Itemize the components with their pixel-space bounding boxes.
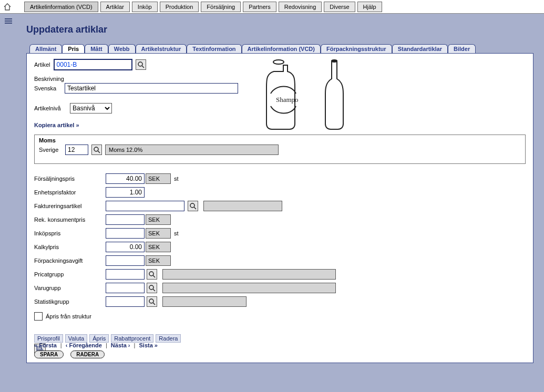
- pricatgrupp-display: [162, 269, 336, 280]
- pricatgrupp-input[interactable]: [106, 269, 145, 280]
- faktureringsartikel-lookup-button[interactable]: [188, 201, 198, 211]
- apris-fran-struktur-checkbox[interactable]: [34, 312, 43, 321]
- svenska-label: Svenska: [34, 85, 61, 91]
- delete-button[interactable]: RADERA: [70, 350, 105, 358]
- enhetsprisfaktor-input[interactable]: [106, 187, 145, 198]
- col-prisprofil: Prisprofil: [34, 334, 63, 343]
- col-valuta: Valuta: [65, 334, 87, 343]
- svg-line-11: [194, 207, 196, 209]
- faktureringsartikel-display: [203, 201, 282, 211]
- menu-artikelinformation-vcd[interactable]: Artikelinformation (VCD): [24, 2, 98, 12]
- menu-diverse[interactable]: Diverse: [324, 2, 355, 12]
- tab-matt[interactable]: Mått: [85, 44, 108, 53]
- pager-prev[interactable]: ‹ Föregående: [66, 342, 102, 348]
- menu-redovisning[interactable]: Redovisning: [279, 2, 322, 12]
- col-rabattprocent: Rabattprocent: [111, 334, 153, 343]
- forsaljningspris-input[interactable]: [106, 173, 145, 184]
- tab-forpackningsstruktur[interactable]: Förpackningsstruktur: [321, 44, 392, 53]
- save-button[interactable]: SPARA: [34, 350, 64, 358]
- product-illustration: Shampo: [258, 57, 363, 137]
- artikel-input[interactable]: [54, 59, 132, 70]
- svg-point-6: [138, 62, 142, 66]
- tab-allmant[interactable]: Allmänt: [29, 44, 62, 53]
- form-panel: Shampo Artikel: [26, 53, 533, 363]
- record-pager: « Första | ‹ Föregående | Nästa › | Sist…: [34, 342, 158, 358]
- grip-icon[interactable]: [4, 17, 13, 26]
- faktureringsartikel-label: Faktureringsartikel: [34, 203, 106, 209]
- inkopspris-label: Inköpspris: [34, 230, 106, 236]
- artikel-label: Artikel: [34, 61, 50, 68]
- pager-first[interactable]: « Första: [34, 342, 57, 348]
- svg-point-16: [149, 299, 153, 303]
- tab-pris[interactable]: Pris: [62, 44, 85, 53]
- forsaljningspris-currency: SEK: [146, 173, 171, 184]
- tab-artikelinformation-vcd[interactable]: Artikelinformation (VCD): [242, 44, 321, 53]
- menu-hjalp[interactable]: Hjälp: [357, 2, 382, 12]
- tab-standardartiklar[interactable]: Standardartiklar: [392, 44, 448, 53]
- page-title: Uppdatera artiklar: [26, 24, 533, 35]
- tab-bilder[interactable]: Bilder: [448, 44, 476, 53]
- price-grid: Försäljningspris SEK st Enhetsprisfaktor…: [34, 173, 526, 321]
- pricatgrupp-label: Pricatgrupp: [34, 271, 106, 277]
- apris-fran-struktur-label: Ápris från struktur: [46, 313, 91, 319]
- artikelniva-select[interactable]: Basnivå: [70, 103, 112, 114]
- menu-inkop[interactable]: Inköp: [132, 2, 158, 12]
- pricatgrupp-lookup-button[interactable]: [147, 269, 157, 280]
- varugrupp-display: [162, 283, 336, 293]
- statistikgrupp-lookup-button[interactable]: [147, 296, 157, 307]
- rek-konsumentpris-currency: SEK: [146, 214, 171, 225]
- varugrupp-lookup-button[interactable]: [147, 283, 157, 293]
- statistikgrupp-input[interactable]: [106, 296, 145, 307]
- moms-code-input[interactable]: [65, 145, 88, 155]
- moms-lookup-button[interactable]: [91, 145, 102, 155]
- svg-line-13: [153, 275, 155, 277]
- kalkylpris-currency: SEK: [146, 242, 171, 252]
- inkopspris-input[interactable]: [106, 228, 145, 239]
- svg-rect-1: [5, 20, 12, 22]
- artikel-lookup-button[interactable]: [136, 59, 146, 70]
- rek-konsumentpris-input[interactable]: [106, 214, 145, 225]
- forpackningsavgift-input[interactable]: [106, 255, 145, 266]
- forsaljningspris-unit: st: [174, 176, 179, 182]
- svg-rect-0: [5, 18, 12, 19]
- varugrupp-input[interactable]: [106, 283, 145, 293]
- tab-artikelstruktur[interactable]: Artikelstruktur: [136, 44, 187, 53]
- menu-artiklar[interactable]: Artiklar: [100, 2, 130, 12]
- menu-forsaljning[interactable]: Försäljning: [201, 2, 241, 12]
- svg-line-7: [142, 66, 144, 68]
- pager-next[interactable]: Nästa ›: [111, 342, 130, 348]
- kalkylpris-label: Kalkylpris: [34, 244, 106, 250]
- forpackningsavgift-currency: SEK: [146, 255, 171, 266]
- home-icon[interactable]: [2, 2, 13, 12]
- varugrupp-label: Varugrupp: [34, 285, 106, 291]
- tab-webb[interactable]: Webb: [108, 44, 136, 53]
- col-radera: Radera: [156, 334, 181, 343]
- menu-partners[interactable]: Partners: [243, 2, 276, 12]
- svg-point-8: [94, 147, 98, 151]
- tab-bar: Allmänt Pris Mått Webb Artikelstruktur T…: [29, 43, 533, 53]
- moms-header: Moms: [39, 137, 521, 143]
- forpackningsavgift-label: Förpackningsavgift: [34, 257, 106, 264]
- tab-textinformation[interactable]: Textinformation: [187, 44, 241, 53]
- artikelniva-label: Artikelnivå: [34, 105, 67, 111]
- subtable-header: Prisprofil Valuta Ápris Rabattprocent Ra…: [34, 334, 526, 343]
- forsaljningspris-label: Försäljningspris: [34, 176, 106, 182]
- svg-line-9: [98, 151, 100, 153]
- beskrivning-input[interactable]: [65, 83, 238, 94]
- statistikgrupp-display: [162, 296, 247, 307]
- svg-point-12: [149, 272, 153, 276]
- enhetsprisfaktor-label: Enhetsprisfaktor: [34, 189, 106, 195]
- moms-group: Moms Sverige Moms 12.0%: [34, 135, 526, 164]
- svg-point-14: [149, 285, 153, 290]
- menu-produktion[interactable]: Produktion: [160, 2, 199, 12]
- pager-last[interactable]: Sista »: [139, 342, 158, 348]
- top-menubar: Artikelinformation (VCD) Artiklar Inköp …: [0, 0, 544, 14]
- inkopspris-currency: SEK: [146, 228, 171, 239]
- left-toolstrip: [0, 14, 17, 392]
- svg-rect-2: [5, 23, 12, 24]
- svg-line-17: [153, 303, 155, 305]
- kopiera-artikel-link[interactable]: Kopiera artikel »: [34, 122, 79, 128]
- kalkylpris-input[interactable]: [106, 242, 145, 252]
- faktureringsartikel-input[interactable]: [106, 201, 184, 211]
- svg-line-15: [153, 289, 155, 291]
